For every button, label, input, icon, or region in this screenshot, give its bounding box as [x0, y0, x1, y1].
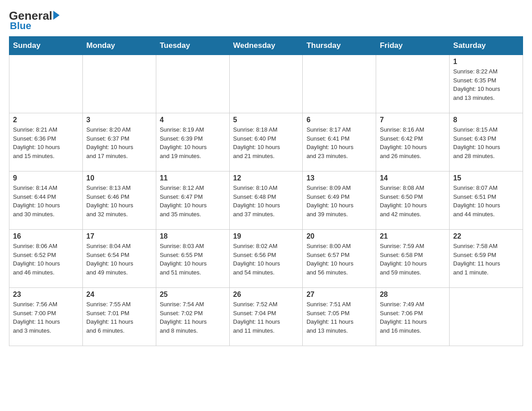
calendar-cell [156, 55, 229, 113]
calendar-cell: 18Sunrise: 8:03 AM Sunset: 6:55 PM Dayli… [156, 230, 229, 288]
calendar-cell [450, 288, 523, 346]
calendar-cell: 12Sunrise: 8:10 AM Sunset: 6:48 PM Dayli… [229, 171, 303, 230]
day-number: 27 [306, 291, 372, 299]
day-info: Sunrise: 8:04 AM Sunset: 6:54 PM Dayligh… [86, 242, 152, 277]
calendar-week-row: 23Sunrise: 7:56 AM Sunset: 7:00 PM Dayli… [9, 288, 523, 346]
day-number: 2 [13, 116, 79, 124]
day-number: 3 [86, 116, 152, 124]
calendar-cell: 19Sunrise: 8:02 AM Sunset: 6:56 PM Dayli… [229, 230, 303, 288]
day-info: Sunrise: 8:00 AM Sunset: 6:57 PM Dayligh… [306, 242, 372, 277]
calendar-cell: 5Sunrise: 8:18 AM Sunset: 6:40 PM Daylig… [229, 113, 303, 171]
day-number: 10 [86, 174, 152, 182]
day-info: Sunrise: 8:14 AM Sunset: 6:44 PM Dayligh… [13, 184, 79, 218]
calendar-cell: 15Sunrise: 8:07 AM Sunset: 6:51 PM Dayli… [450, 171, 523, 230]
calendar-week-row: 16Sunrise: 8:06 AM Sunset: 6:52 PM Dayli… [9, 230, 523, 288]
day-info: Sunrise: 8:09 AM Sunset: 6:49 PM Dayligh… [306, 184, 372, 218]
day-of-week-header: Monday [82, 37, 156, 55]
calendar-cell: 3Sunrise: 8:20 AM Sunset: 6:37 PM Daylig… [82, 113, 156, 171]
day-number: 21 [380, 232, 446, 240]
calendar-cell: 4Sunrise: 8:19 AM Sunset: 6:39 PM Daylig… [156, 113, 229, 171]
day-info: Sunrise: 8:21 AM Sunset: 6:36 PM Dayligh… [13, 125, 79, 160]
day-info: Sunrise: 8:15 AM Sunset: 6:43 PM Dayligh… [453, 125, 519, 160]
day-number: 7 [380, 116, 446, 124]
day-number: 15 [453, 174, 519, 182]
day-number: 26 [233, 291, 299, 299]
day-info: Sunrise: 8:13 AM Sunset: 6:46 PM Dayligh… [86, 184, 152, 218]
calendar-cell: 25Sunrise: 7:54 AM Sunset: 7:02 PM Dayli… [156, 288, 229, 346]
day-info: Sunrise: 8:20 AM Sunset: 6:37 PM Dayligh… [86, 125, 152, 160]
day-number: 14 [380, 174, 446, 182]
calendar-cell: 11Sunrise: 8:12 AM Sunset: 6:47 PM Dayli… [156, 171, 229, 230]
day-info: Sunrise: 7:56 AM Sunset: 7:00 PM Dayligh… [13, 300, 79, 335]
day-number: 11 [160, 174, 226, 182]
day-of-week-header: Friday [376, 37, 450, 55]
logo-blue-text: Blue [10, 20, 31, 32]
calendar-cell: 13Sunrise: 8:09 AM Sunset: 6:49 PM Dayli… [303, 171, 376, 230]
calendar-cell: 24Sunrise: 7:55 AM Sunset: 7:01 PM Dayli… [82, 288, 156, 346]
day-number: 19 [233, 232, 299, 240]
day-number: 18 [160, 232, 226, 240]
day-of-week-header: Sunday [9, 37, 83, 55]
day-number: 5 [233, 116, 299, 124]
day-number: 20 [306, 232, 372, 240]
calendar-cell: 9Sunrise: 8:14 AM Sunset: 6:44 PM Daylig… [9, 171, 83, 230]
calendar-cell [376, 55, 450, 113]
day-info: Sunrise: 7:59 AM Sunset: 6:58 PM Dayligh… [380, 242, 446, 277]
day-info: Sunrise: 7:52 AM Sunset: 7:04 PM Dayligh… [233, 300, 299, 335]
day-info: Sunrise: 8:03 AM Sunset: 6:55 PM Dayligh… [160, 242, 226, 277]
calendar-cell [82, 55, 156, 113]
day-info: Sunrise: 7:49 AM Sunset: 7:06 PM Dayligh… [380, 300, 446, 335]
day-info: Sunrise: 8:18 AM Sunset: 6:40 PM Dayligh… [233, 125, 299, 160]
day-info: Sunrise: 8:17 AM Sunset: 6:41 PM Dayligh… [306, 125, 372, 160]
day-number: 23 [13, 291, 79, 299]
day-number: 24 [86, 291, 152, 299]
calendar-cell: 14Sunrise: 8:08 AM Sunset: 6:50 PM Dayli… [376, 171, 450, 230]
day-of-week-header: Wednesday [229, 37, 303, 55]
calendar-cell: 26Sunrise: 7:52 AM Sunset: 7:04 PM Dayli… [229, 288, 303, 346]
day-info: Sunrise: 8:10 AM Sunset: 6:48 PM Dayligh… [233, 184, 299, 218]
day-info: Sunrise: 7:51 AM Sunset: 7:05 PM Dayligh… [306, 300, 372, 335]
day-info: Sunrise: 8:16 AM Sunset: 6:42 PM Dayligh… [380, 125, 446, 160]
day-number: 12 [233, 174, 299, 182]
day-number: 17 [86, 232, 152, 240]
day-info: Sunrise: 8:06 AM Sunset: 6:52 PM Dayligh… [13, 242, 79, 277]
calendar-week-row: 9Sunrise: 8:14 AM Sunset: 6:44 PM Daylig… [9, 171, 523, 230]
calendar-cell: 6Sunrise: 8:17 AM Sunset: 6:41 PM Daylig… [303, 113, 376, 171]
day-info: Sunrise: 7:55 AM Sunset: 7:01 PM Dayligh… [86, 300, 152, 335]
calendar-cell: 20Sunrise: 8:00 AM Sunset: 6:57 PM Dayli… [303, 230, 376, 288]
page-header: General Blue [9, 9, 523, 32]
day-info: Sunrise: 8:22 AM Sunset: 6:35 PM Dayligh… [453, 67, 519, 102]
day-number: 1 [453, 58, 519, 66]
day-number: 13 [306, 174, 372, 182]
day-number: 25 [160, 291, 226, 299]
logo: General Blue [9, 9, 60, 32]
day-info: Sunrise: 8:08 AM Sunset: 6:50 PM Dayligh… [380, 184, 446, 218]
day-number: 4 [160, 116, 226, 124]
day-number: 22 [453, 232, 519, 240]
calendar-week-row: 1Sunrise: 8:22 AM Sunset: 6:35 PM Daylig… [9, 55, 523, 113]
day-of-week-header: Thursday [303, 37, 376, 55]
calendar-cell [9, 55, 83, 113]
calendar-table: SundayMondayTuesdayWednesdayThursdayFrid… [9, 36, 523, 346]
day-number: 9 [13, 174, 79, 182]
calendar-cell: 28Sunrise: 7:49 AM Sunset: 7:06 PM Dayli… [376, 288, 450, 346]
day-info: Sunrise: 8:19 AM Sunset: 6:39 PM Dayligh… [160, 125, 226, 160]
day-info: Sunrise: 8:12 AM Sunset: 6:47 PM Dayligh… [160, 184, 226, 218]
calendar-cell: 16Sunrise: 8:06 AM Sunset: 6:52 PM Dayli… [9, 230, 83, 288]
calendar-cell [303, 55, 376, 113]
day-of-week-header: Tuesday [156, 37, 229, 55]
logo-arrow-icon [53, 11, 60, 20]
calendar-cell: 2Sunrise: 8:21 AM Sunset: 6:36 PM Daylig… [9, 113, 83, 171]
day-of-week-header: Saturday [450, 37, 523, 55]
calendar-cell: 27Sunrise: 7:51 AM Sunset: 7:05 PM Dayli… [303, 288, 376, 346]
calendar-cell: 10Sunrise: 8:13 AM Sunset: 6:46 PM Dayli… [82, 171, 156, 230]
day-number: 16 [13, 232, 79, 240]
day-info: Sunrise: 7:54 AM Sunset: 7:02 PM Dayligh… [160, 300, 226, 335]
day-number: 28 [380, 291, 446, 299]
calendar-header-row: SundayMondayTuesdayWednesdayThursdayFrid… [9, 37, 523, 55]
calendar-cell: 22Sunrise: 7:58 AM Sunset: 6:59 PM Dayli… [450, 230, 523, 288]
calendar-cell: 23Sunrise: 7:56 AM Sunset: 7:00 PM Dayli… [9, 288, 83, 346]
calendar-cell: 1Sunrise: 8:22 AM Sunset: 6:35 PM Daylig… [450, 55, 523, 113]
day-info: Sunrise: 8:02 AM Sunset: 6:56 PM Dayligh… [233, 242, 299, 277]
calendar-cell: 7Sunrise: 8:16 AM Sunset: 6:42 PM Daylig… [376, 113, 450, 171]
